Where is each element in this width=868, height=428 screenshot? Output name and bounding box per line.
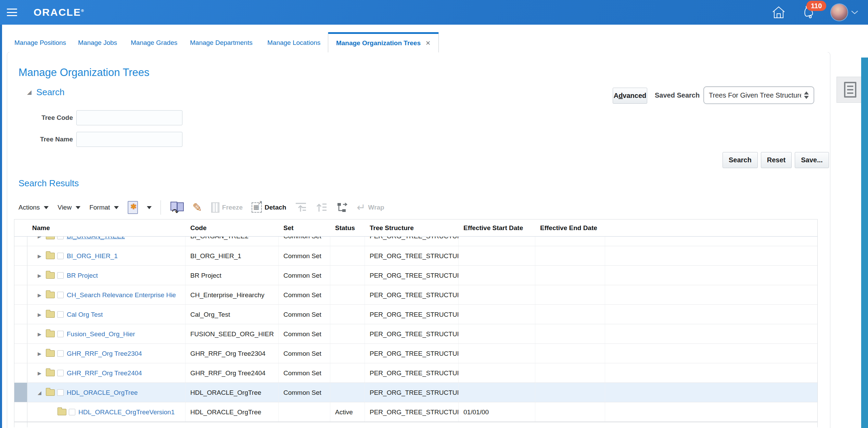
column-header-effective-end-date[interactable]: Effective End Date: [535, 224, 605, 232]
table-row[interactable]: ▶ BI_ORG_HIER_1 BI_ORG_HIER_1 Common Set…: [14, 246, 817, 266]
row-gutter[interactable]: [14, 324, 27, 344]
row-gutter[interactable]: [14, 237, 27, 246]
search-section-collapse-icon[interactable]: ◢: [27, 89, 31, 96]
view-menu[interactable]: View: [58, 204, 80, 211]
search-section-title: Search: [36, 87, 64, 98]
hamburger-menu-icon[interactable]: [7, 9, 17, 16]
tree-name-link[interactable]: BR Project: [67, 272, 98, 279]
duplicate-icon[interactable]: ↷: [170, 201, 183, 214]
table-row[interactable]: HDL_ORACLE_OrgTreeVersion1 HDL_ORACLE_Or…: [14, 402, 817, 422]
row-gutter[interactable]: [14, 266, 27, 285]
format-menu[interactable]: Format: [89, 204, 119, 211]
row-checkbox[interactable]: [57, 253, 64, 259]
row-checkbox[interactable]: [57, 331, 64, 337]
expand-twisty-icon[interactable]: ◢: [38, 390, 44, 395]
reset-button[interactable]: Reset: [761, 152, 792, 168]
expand-twisty-icon[interactable]: ▶: [38, 273, 44, 278]
cell-status: [330, 285, 365, 305]
tab-manage-departments[interactable]: Manage Departments: [190, 39, 253, 47]
tree-name-link[interactable]: BI_ORGAN_TREE2: [67, 237, 125, 240]
notifications-bell-icon[interactable]: 110: [801, 5, 816, 20]
column-header-effective-start-date[interactable]: Effective Start Date: [459, 224, 535, 232]
wrap-button[interactable]: ↵ Wrap: [357, 204, 384, 211]
tree-name-input[interactable]: [76, 132, 182, 147]
freeze-button[interactable]: Freeze: [211, 202, 243, 213]
right-edge-panel-bar[interactable]: [861, 58, 868, 428]
tree-code-input[interactable]: [76, 110, 182, 125]
row-checkbox[interactable]: [57, 350, 64, 357]
row-checkbox[interactable]: [69, 409, 75, 415]
row-gutter[interactable]: [14, 344, 27, 363]
tab-manage-organization-trees[interactable]: Manage Organization Trees ✕: [328, 32, 439, 52]
row-gutter[interactable]: [14, 305, 27, 324]
column-header-tree-structure[interactable]: Tree Structure: [365, 224, 459, 232]
cell-effective-end-date: [535, 285, 605, 305]
hierarchy-icon[interactable]: [336, 202, 348, 213]
column-header-name[interactable]: Name: [27, 224, 186, 232]
row-gutter[interactable]: [14, 363, 27, 383]
column-header-code[interactable]: Code: [186, 224, 279, 232]
row-gutter[interactable]: [14, 246, 27, 266]
tree-name-link[interactable]: HDL_ORACLE_OrgTree: [67, 389, 138, 396]
tree-name-link[interactable]: Fusion_Seed_Org_Hier: [67, 330, 135, 338]
tab-manage-locations[interactable]: Manage Locations: [267, 39, 320, 47]
tree-name-link[interactable]: GHR_RRF_Org Tree2304: [67, 350, 142, 357]
tab-manage-grades[interactable]: Manage Grades: [131, 39, 177, 47]
cell-code: HDL_ORACLE_OrgTree: [186, 402, 279, 422]
move-up-icon[interactable]: [316, 202, 327, 213]
row-gutter[interactable]: [14, 383, 27, 402]
tree-name-link[interactable]: HDL_ORACLE_OrgTreeVersion1: [78, 408, 175, 416]
saved-search-select[interactable]: Trees For Given Tree Structure: [703, 86, 814, 104]
row-gutter[interactable]: [14, 402, 27, 422]
column-header-set[interactable]: Set: [279, 224, 330, 232]
cell-code: Cal_Org_Test: [186, 305, 279, 324]
user-avatar[interactable]: [831, 4, 847, 21]
expand-twisty-icon[interactable]: ▶: [38, 351, 44, 356]
expand-twisty-icon[interactable]: ▶: [38, 292, 44, 298]
table-row[interactable]: ▶ BI_ORGAN_TREE2 BI_ORGAN_TREE2 Common S…: [14, 237, 817, 246]
row-checkbox[interactable]: [57, 292, 64, 298]
move-to-top-icon[interactable]: [295, 202, 307, 213]
folder-icon: [58, 409, 66, 415]
table-row[interactable]: ▶ Fusion_Seed_Org_Hier FUSION_SEED_ORG_H…: [14, 324, 817, 344]
save-button[interactable]: Save...: [795, 152, 829, 168]
cell-effective-end-date: [535, 305, 605, 324]
edit-pencil-icon[interactable]: ✎: [192, 201, 202, 214]
row-checkbox[interactable]: [57, 370, 64, 376]
tab-manage-jobs[interactable]: Manage Jobs: [78, 39, 117, 47]
row-checkbox[interactable]: [57, 237, 64, 239]
user-menu-chevron-icon[interactable]: [851, 10, 858, 15]
table-row[interactable]: ▶ Cal Org Test Cal_Org_Test Common Set P…: [14, 305, 817, 324]
row-checkbox[interactable]: [57, 389, 64, 396]
row-gutter[interactable]: [14, 285, 27, 305]
row-checkbox[interactable]: [57, 272, 64, 279]
table-row[interactable]: ◢ HDL_ORACLE_OrgTree HDL_ORACLE_OrgTree …: [14, 383, 817, 402]
create-dropdown-caret-icon[interactable]: [147, 206, 152, 209]
table-row[interactable]: ▶ BR Project BR Project Common Set PER_O…: [14, 266, 817, 285]
table-row[interactable]: ▶ GHR_RRF_Org Tree2404 GHR_RRF_Org Tree2…: [14, 363, 817, 383]
advanced-search-button[interactable]: Advanced: [613, 88, 647, 104]
create-icon[interactable]: [128, 201, 138, 214]
tree-name-link[interactable]: GHR_RRF_Org Tree2404: [67, 369, 142, 377]
expand-twisty-icon[interactable]: ▶: [38, 237, 44, 239]
actions-menu[interactable]: Actions: [18, 204, 49, 211]
table-row[interactable]: ▶ GHR_RRF_Org Tree2304 GHR_RRF_Org Tree2…: [14, 344, 817, 363]
expand-twisty-icon[interactable]: ▶: [38, 312, 44, 317]
application-window: ORACLE® 110 Manage P: [0, 0, 868, 428]
tree-name-link[interactable]: Cal Org Test: [67, 311, 103, 318]
search-button[interactable]: Search: [723, 152, 758, 168]
cell-set: Common Set: [279, 246, 330, 266]
home-icon[interactable]: [771, 5, 786, 19]
row-checkbox[interactable]: [57, 311, 64, 318]
tab-manage-positions[interactable]: Manage Positions: [14, 39, 66, 47]
expand-twisty-icon[interactable]: ▶: [38, 331, 44, 337]
column-header-status[interactable]: Status: [330, 224, 365, 232]
tree-name-link[interactable]: CH_Search Relevance Enterprise Hie: [67, 291, 176, 299]
side-panel-toggle-button[interactable]: [837, 77, 864, 103]
tab-close-icon[interactable]: ✕: [425, 39, 431, 47]
tree-name-link[interactable]: BI_ORG_HIER_1: [67, 252, 118, 260]
table-row[interactable]: ▶ CH_Search Relevance Enterprise Hie CH_…: [14, 285, 817, 305]
expand-twisty-icon[interactable]: ▶: [38, 253, 44, 259]
expand-twisty-icon[interactable]: ▶: [38, 370, 44, 376]
detach-button[interactable]: Detach: [252, 202, 286, 213]
